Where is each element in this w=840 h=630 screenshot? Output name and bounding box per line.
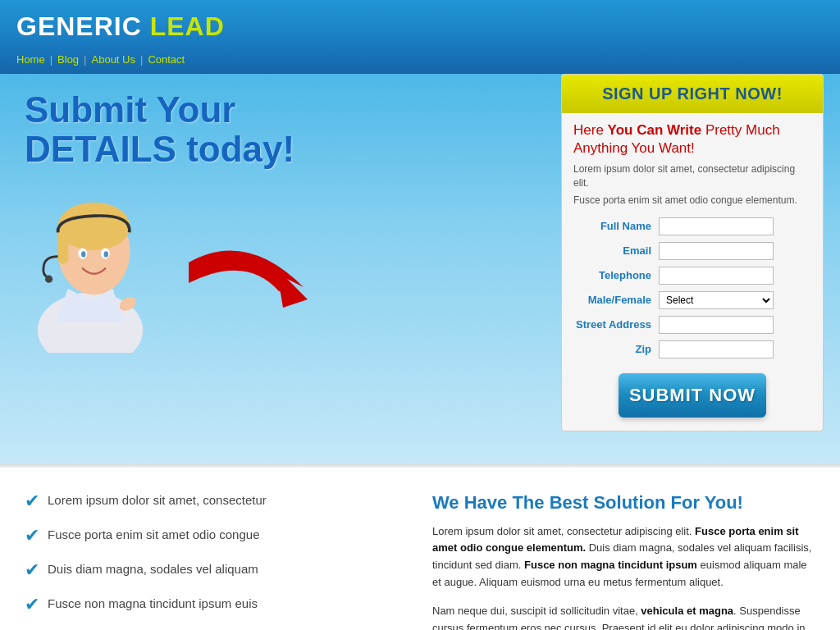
signup-desc1: Lorem ipsum dolor sit amet, consectetur … bbox=[573, 162, 811, 190]
input-cell-zip bbox=[656, 337, 811, 362]
list-text-4: Fusce non magna tincidunt ipsum euis bbox=[48, 596, 258, 612]
signup-tagline: Here You Can Write Pretty Much Anything … bbox=[573, 121, 811, 158]
feature-list: ✔ Lorem ipsum dolor sit amet, consectetu… bbox=[25, 492, 408, 630]
form-row-telephone: Telephone bbox=[573, 263, 811, 288]
person-svg bbox=[8, 172, 172, 353]
tagline-plain1: Here bbox=[573, 122, 608, 138]
form-row-fullname: Full Name bbox=[573, 214, 811, 239]
input-zip[interactable] bbox=[659, 340, 774, 358]
svg-point-8 bbox=[45, 276, 52, 283]
nav: Home | Blog | About Us | Contact bbox=[0, 48, 840, 74]
solution-para2: Nam neque dui, suscipit id sollicitudin … bbox=[432, 603, 815, 630]
signup-form: Full Name Email Telephone bbox=[573, 214, 811, 362]
hero-image-area bbox=[8, 172, 561, 353]
nav-about[interactable]: About Us bbox=[92, 53, 135, 66]
form-row-zip: Zip bbox=[573, 337, 811, 362]
nav-home[interactable]: Home bbox=[16, 53, 45, 66]
checkmark-4: ✔ bbox=[25, 594, 39, 615]
nav-sep-1: | bbox=[50, 53, 52, 66]
svg-point-7 bbox=[104, 251, 109, 257]
logo: GENERIC LEAD bbox=[16, 11, 225, 42]
logo-generic: GENERIC bbox=[16, 11, 142, 41]
checkmark-3: ✔ bbox=[25, 559, 39, 581]
form-row-email: Email bbox=[573, 239, 811, 263]
label-email: Email bbox=[573, 239, 656, 263]
checkmark-2: ✔ bbox=[25, 525, 39, 546]
label-zip: Zip bbox=[573, 337, 656, 362]
signup-header-text: SIGN UP RIGHT NOW! bbox=[602, 84, 783, 103]
input-address[interactable] bbox=[659, 316, 774, 334]
list-item-4: ✔ Fusce non magna tincidunt ipsum euis bbox=[25, 596, 408, 615]
hero-title: Submit Your DETAILS today! bbox=[25, 90, 561, 170]
checkmark-1: ✔ bbox=[25, 491, 39, 512]
header: GENERIC LEAD Home | Blog | About Us | Co… bbox=[0, 0, 840, 74]
form-row-address: Street Address bbox=[573, 313, 811, 337]
label-telephone: Telephone bbox=[573, 263, 656, 288]
form-row-gender: Male/Female Select Male Female bbox=[573, 288, 811, 313]
hero-title-line2: DETAILS today! bbox=[25, 130, 561, 169]
nav-sep-3: | bbox=[140, 53, 143, 66]
nav-contact[interactable]: Contact bbox=[148, 53, 185, 66]
solution-content: We Have The Best Solution For You! Lorem… bbox=[432, 492, 815, 630]
input-cell-address bbox=[656, 313, 811, 337]
nav-sep-2: | bbox=[84, 53, 86, 66]
svg-rect-3 bbox=[58, 226, 69, 264]
label-address: Street Address bbox=[573, 313, 656, 337]
header-top: GENERIC LEAD bbox=[0, 0, 840, 48]
solution-title: We Have The Best Solution For You! bbox=[432, 492, 815, 514]
signup-content: Here You Can Write Pretty Much Anything … bbox=[562, 113, 823, 431]
svg-point-6 bbox=[81, 251, 86, 257]
submit-button[interactable]: SUBMIT NOW bbox=[619, 373, 766, 418]
list-item-1: ✔ Lorem ipsum dolor sit amet, consectetu… bbox=[25, 492, 408, 512]
logo-lead: LEAD bbox=[150, 11, 225, 41]
svg-point-2 bbox=[58, 203, 130, 251]
input-cell-email bbox=[656, 239, 811, 263]
label-fullname: Full Name bbox=[573, 214, 656, 239]
nav-blog[interactable]: Blog bbox=[57, 53, 79, 66]
list-item-3: ✔ Duis diam magna, sodales vel aliquam bbox=[25, 561, 408, 581]
signup-right: SIGN UP RIGHT NOW! Here You Can Write Pr… bbox=[561, 74, 832, 448]
hero-left: Submit Your DETAILS today! bbox=[8, 74, 561, 353]
input-telephone[interactable] bbox=[659, 267, 774, 285]
select-gender[interactable]: Select Male Female bbox=[659, 291, 774, 309]
logo-text: GENERIC LEAD bbox=[16, 11, 225, 41]
main-content: ✔ Lorem ipsum dolor sit amet, consectetu… bbox=[0, 468, 840, 630]
list-text-3: Duis diam magna, sodales vel aliquam bbox=[48, 561, 258, 578]
input-email[interactable] bbox=[659, 242, 774, 260]
signup-desc2: Fusce porta enim sit amet odio congue el… bbox=[573, 194, 811, 208]
label-gender: Male/Female bbox=[573, 288, 656, 313]
signup-box: SIGN UP RIGHT NOW! Here You Can Write Pr… bbox=[561, 74, 824, 431]
solution-para1: Lorem ipsum dolor sit amet, consectetur … bbox=[432, 523, 815, 591]
hero-section: Submit Your DETAILS today! bbox=[0, 74, 840, 464]
arrow-svg bbox=[180, 238, 312, 336]
input-fullname[interactable] bbox=[659, 217, 774, 235]
input-cell-telephone bbox=[656, 263, 811, 288]
input-cell-gender: Select Male Female bbox=[656, 288, 811, 313]
list-text-2: Fusce porta enim sit amet odio congue bbox=[48, 527, 259, 543]
list-text-1: Lorem ipsum dolor sit amet, consectetur bbox=[48, 492, 267, 509]
list-item-2: ✔ Fusce porta enim sit amet odio congue bbox=[25, 527, 408, 546]
tagline-bold: You Can Write bbox=[608, 122, 702, 138]
hero-title-line1: Submit Your bbox=[25, 90, 561, 130]
signup-header-bar: SIGN UP RIGHT NOW! bbox=[562, 75, 823, 113]
input-cell-fullname bbox=[656, 214, 811, 239]
hero-person bbox=[8, 172, 189, 353]
